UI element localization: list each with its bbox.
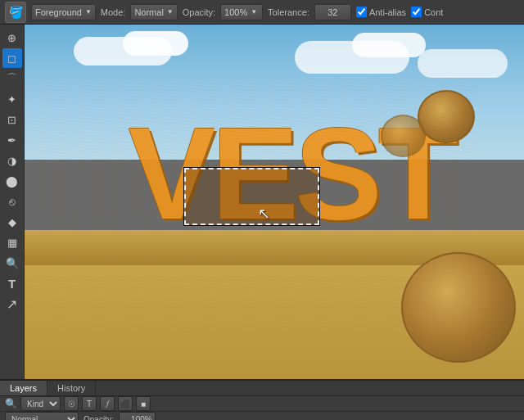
tool-eraser[interactable]: ◆ bbox=[2, 212, 22, 232]
opacity-value: 100% bbox=[224, 7, 247, 17]
opacity-select[interactable]: 100% ▼ bbox=[220, 4, 263, 20]
layers-mode-bar: Normal Opacity: bbox=[0, 412, 524, 420]
hay-bale-right-2 bbox=[418, 90, 475, 143]
tolerance-input[interactable] bbox=[314, 4, 351, 20]
filter-btn-4[interactable]: ⬛ bbox=[118, 396, 133, 411]
tool-dodge[interactable]: 🔍 bbox=[2, 253, 22, 273]
contiguous-label: Cont bbox=[424, 7, 443, 17]
layers-filter-bar: 🔍 Kind ☉ T 𝑓 ⬛ ■ bbox=[0, 396, 524, 412]
tool-spot-heal[interactable]: ◑ bbox=[2, 151, 22, 170]
selection-rectangle bbox=[184, 168, 319, 225]
filter-btn-5[interactable]: ■ bbox=[136, 396, 151, 411]
tolerance-label: Tolerance: bbox=[268, 7, 309, 17]
hay-bale-bg bbox=[381, 115, 426, 157]
filter-btn-3[interactable]: 𝑓 bbox=[100, 396, 115, 411]
chevron-down-icon: ▼ bbox=[167, 8, 174, 16]
canvas-area[interactable]: VEST ↖ bbox=[25, 25, 524, 379]
contiguous-checkbox[interactable] bbox=[411, 7, 422, 17]
tool-move[interactable]: ⊕ bbox=[2, 28, 22, 47]
layers-panel: Layers History 🔍 Kind ☉ T 𝑓 ⬛ ■ Normal O… bbox=[0, 379, 524, 420]
tool-type[interactable]: T bbox=[2, 273, 22, 293]
paint-bucket-icon[interactable]: 🪣 bbox=[5, 2, 26, 23]
filter-icon: 🔍 bbox=[5, 398, 17, 409]
tool-eyedropper[interactable]: ✒ bbox=[2, 130, 22, 150]
filter-btn-2[interactable]: T bbox=[82, 396, 97, 411]
foreground-label: Foreground bbox=[35, 7, 82, 17]
opacity-label: Opacity: bbox=[84, 415, 114, 421]
opacity-label: Opacity: bbox=[183, 7, 215, 17]
layers-mode-select[interactable]: Normal bbox=[5, 412, 79, 420]
contiguous-group: Cont bbox=[411, 7, 443, 17]
tool-marquee[interactable]: ◻ bbox=[2, 48, 22, 68]
filter-kind-select[interactable]: Kind bbox=[20, 396, 61, 411]
tool-magic-wand[interactable]: ✦ bbox=[2, 89, 22, 109]
tab-history[interactable]: History bbox=[47, 381, 96, 395]
hay-bale-right bbox=[401, 252, 516, 363]
tool-gradient[interactable]: ▦ bbox=[2, 233, 22, 252]
chevron-down-icon: ▼ bbox=[251, 8, 257, 16]
mode-value: Normal bbox=[134, 7, 163, 17]
main-area: ⊕ ◻ ⌒ ✦ ⊡ ✒ ◑ ⬤ ⎋ ◆ ▦ 🔍 T ↗ VEST bbox=[0, 25, 524, 379]
opacity-input[interactable] bbox=[119, 412, 156, 420]
anti-alias-group: Anti-alias bbox=[356, 7, 406, 17]
anti-alias-label: Anti-alias bbox=[369, 7, 406, 17]
tool-lasso[interactable]: ⌒ bbox=[2, 69, 22, 88]
foreground-select[interactable]: Foreground ▼ bbox=[31, 4, 96, 20]
filter-btn-1[interactable]: ☉ bbox=[64, 396, 79, 411]
tool-select[interactable]: ↗ bbox=[2, 294, 22, 314]
tool-clone[interactable]: ⎋ bbox=[2, 192, 22, 211]
tab-layers[interactable]: Layers bbox=[0, 381, 47, 395]
top-toolbar: 🪣 Foreground ▼ Mode: Normal ▼ Opacity: 1… bbox=[0, 0, 524, 25]
mode-select[interactable]: Normal ▼ bbox=[130, 4, 177, 20]
chevron-down-icon: ▼ bbox=[85, 8, 92, 16]
mode-label: Mode: bbox=[101, 7, 126, 17]
tool-crop[interactable]: ⊡ bbox=[2, 110, 22, 129]
layers-tabs: Layers History bbox=[0, 381, 524, 396]
anti-alias-checkbox[interactable] bbox=[356, 7, 367, 17]
left-toolbox: ⊕ ◻ ⌒ ✦ ⊡ ✒ ◑ ⬤ ⎋ ◆ ▦ 🔍 T ↗ bbox=[0, 25, 25, 379]
tool-brush[interactable]: ⬤ bbox=[2, 171, 22, 191]
